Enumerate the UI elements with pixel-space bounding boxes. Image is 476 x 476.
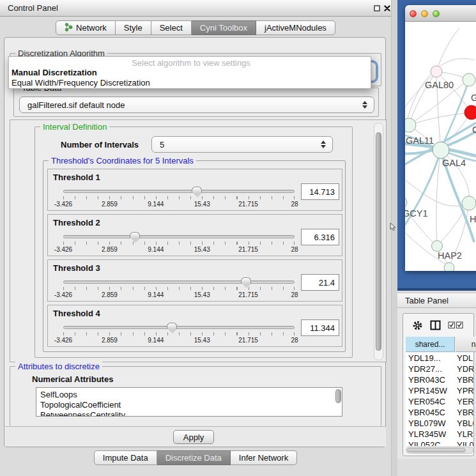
- tab-infer-network[interactable]: Infer Network: [231, 450, 297, 465]
- list-item[interactable]: SelfLoops: [36, 388, 342, 400]
- settings-vertical-scrollbar[interactable]: [374, 123, 383, 360]
- table-cell[interactable]: YDR27: [457, 364, 473, 374]
- zoom-traffic-light-icon[interactable]: [433, 10, 440, 17]
- table-cell[interactable]: YDR27...: [408, 364, 442, 374]
- table-cell[interactable]: YER05: [457, 396, 473, 407]
- gear-icon[interactable]: [412, 320, 423, 334]
- threshold-1-panel: Threshold 1 -3.426 2.859 9.144 15.43 21.…: [47, 169, 342, 211]
- tab-network[interactable]: Network: [56, 20, 116, 35]
- close-icon[interactable]: [383, 4, 391, 12]
- table-cell[interactable]: YLR34: [457, 429, 473, 440]
- svg-text:GCY1: GCY1: [405, 208, 428, 219]
- threshold-3-panel: Threshold 3 -3.426 2.859 9.144 15.43 21.…: [47, 259, 342, 302]
- table-cell[interactable]: YDL19: [457, 353, 473, 364]
- column-header-shared-name[interactable]: shared...: [406, 337, 455, 352]
- network-window-titlebar[interactable]: [405, 5, 476, 22]
- num-intervals-combobox[interactable]: 5: [151, 136, 333, 153]
- table-cell[interactable]: YBR04: [457, 374, 473, 385]
- column-header-name[interactable]: na: [456, 337, 476, 352]
- float-window-icon[interactable]: [373, 4, 381, 12]
- threshold-1-slider[interactable]: -3.426 2.859 9.144 15.43 21.715 28: [63, 187, 295, 209]
- tab-discretize-data[interactable]: Discretize Data: [157, 450, 231, 465]
- node-g[interactable]: [463, 73, 475, 86]
- tab-label: Discretize Data: [165, 453, 222, 463]
- slider-ticks: [63, 242, 295, 245]
- table-cell[interactable]: YDL19...: [408, 353, 441, 364]
- threshold-4-value-field[interactable]: [301, 319, 339, 336]
- network-graph: GAL80 G. C GAL11 GAL4 GCY1 H HAP2: [405, 22, 476, 271]
- node-bottom[interactable]: [444, 263, 454, 271]
- cyni-toolbox-panel: Discretization Algorithm Select algorith…: [4, 37, 386, 447]
- network-view-frame: GAL80 G. C GAL11 GAL4 GCY1 H HAP2: [397, 0, 476, 291]
- node-hap2[interactable]: [432, 241, 443, 252]
- table-cell[interactable]: YER054C: [408, 396, 445, 407]
- popup-item-equal-width-frequency[interactable]: Equal Width/Frequency Discretization: [9, 78, 371, 88]
- list-scrollbar-thumb[interactable]: [335, 389, 341, 403]
- table-cell[interactable]: YBR04: [457, 407, 473, 418]
- slider-tick-labels: -3.426 2.859 9.144 15.43 21.715 28: [63, 291, 295, 299]
- slider-tick-labels: -3.426 2.859 9.144 15.43 21.715 28: [63, 201, 295, 208]
- slider-ticks: [63, 332, 295, 335]
- table-cell[interactable]: YPR14: [457, 385, 473, 396]
- scrollbar-thumb[interactable]: [407, 448, 466, 452]
- threshold-3-slider[interactable]: -3.426 2.859 9.144 15.43 21.715 28: [63, 278, 295, 300]
- network-canvas[interactable]: GAL80 G. C GAL11 GAL4 GCY1 H HAP2: [405, 22, 476, 271]
- table-cell[interactable]: YPR145W: [408, 385, 447, 396]
- tab-select[interactable]: Select: [151, 20, 192, 35]
- table-cell[interactable]: YBR043C: [408, 374, 445, 385]
- tab-impute-data[interactable]: Impute Data: [94, 450, 157, 465]
- threshold-1-value-field[interactable]: [301, 183, 339, 200]
- table-data-combobox[interactable]: galFiltered.sif default node: [19, 96, 374, 113]
- num-intervals-label: Number of Intervals: [61, 140, 139, 150]
- node-gcy1[interactable]: [405, 196, 407, 209]
- slider-thumb[interactable]: [241, 277, 251, 284]
- select-all-checkboxes-icon[interactable]: [448, 320, 463, 332]
- threshold-2-slider[interactable]: -3.426 2.859 9.144 15.43 21.715 28: [63, 233, 295, 254]
- slider-thumb[interactable]: [192, 187, 202, 193]
- tab-cyni-toolbox[interactable]: Cyni Toolbox: [192, 20, 256, 35]
- list-item[interactable]: TopologicalCoefficient: [36, 400, 342, 410]
- node-selected-red[interactable]: [464, 105, 476, 119]
- split-columns-icon[interactable]: [430, 320, 441, 333]
- slider-track[interactable]: [63, 326, 295, 329]
- numerical-attributes-list[interactable]: SelfLoops TopologicalCoefficient Between…: [36, 387, 342, 417]
- panel-divider[interactable]: [391, 0, 397, 476]
- table-data-group: Table Data galFiltered.sif default node: [13, 88, 379, 117]
- slider-track[interactable]: [63, 280, 295, 284]
- table-cell[interactable]: YIL05: [457, 440, 473, 446]
- node-gal4[interactable]: [433, 142, 449, 158]
- table-cell[interactable]: YBL07: [457, 418, 473, 429]
- threshold-2-panel: Threshold 2 -3.426 2.859 9.144 15.43 21.…: [47, 214, 342, 256]
- threshold-3-value-field[interactable]: [301, 274, 339, 291]
- tab-jactivemnodules[interactable]: jActiveMNodules: [256, 20, 335, 35]
- slider-track[interactable]: [63, 235, 295, 238]
- list-item[interactable]: BetweennessCentrality: [36, 410, 342, 417]
- network-graph-icon: [65, 22, 73, 34]
- node-gal11[interactable]: [405, 118, 416, 132]
- slider-thumb[interactable]: [130, 232, 140, 238]
- slider-track[interactable]: [63, 190, 295, 193]
- tab-label: Impute Data: [103, 453, 148, 463]
- threshold-2-value-field[interactable]: [301, 229, 339, 245]
- minimize-traffic-light-icon[interactable]: [421, 10, 428, 17]
- scrollbar-thumb[interactable]: [376, 132, 381, 351]
- close-traffic-light-icon[interactable]: [410, 10, 417, 17]
- numerical-attributes-heading: Numerical Attributes: [32, 374, 113, 384]
- threshold-4-slider[interactable]: -3.426 2.859 9.144 15.43 21.715 28: [63, 323, 295, 345]
- node-h[interactable]: [462, 196, 476, 210]
- table-cell[interactable]: YBL079W: [408, 418, 446, 429]
- table-cell[interactable]: YBR045C: [408, 407, 445, 418]
- slider-thumb[interactable]: [167, 323, 177, 329]
- apply-button[interactable]: Apply: [173, 430, 214, 444]
- node-gal80[interactable]: [431, 66, 442, 77]
- table-cell[interactable]: YLR345W: [408, 429, 446, 440]
- table-cell[interactable]: YIL052C: [408, 440, 441, 446]
- svg-text:H: H: [470, 214, 476, 224]
- mouse-cursor: [390, 222, 396, 234]
- popup-prompt-item[interactable]: Select algorithm to view settings: [9, 58, 371, 68]
- settings-scrollpane: Interval Definition Number of Intervals …: [10, 119, 387, 362]
- tab-style[interactable]: Style: [116, 20, 151, 35]
- table-horizontal-scrollbar[interactable]: [406, 447, 473, 454]
- threshold-label: Threshold 3: [53, 263, 100, 273]
- popup-item-manual-discretization[interactable]: Manual Discretization: [9, 68, 371, 77]
